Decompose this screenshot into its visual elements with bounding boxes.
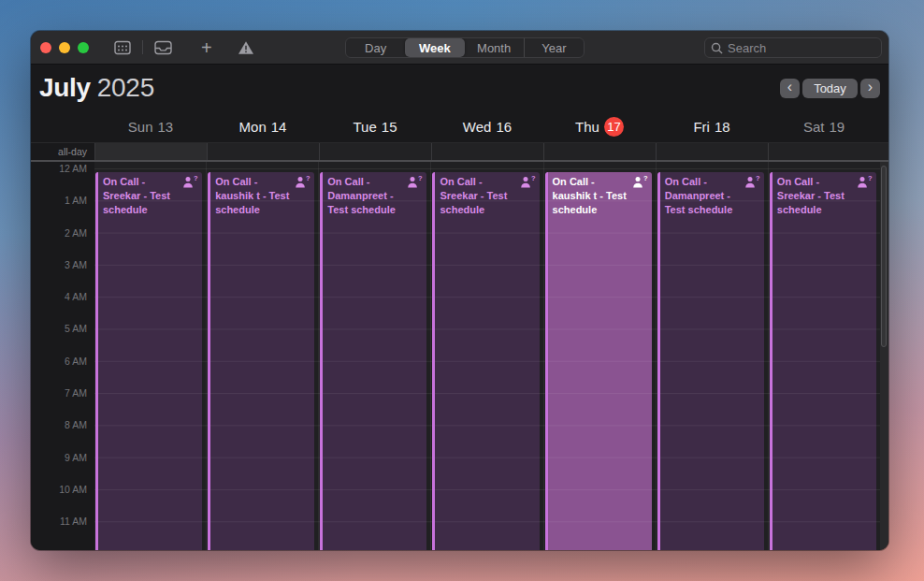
time-gutter: 12 AM 1 AM 2 AM 3 AM 4 AM 5 AM 6 AM 7 AM… [31, 162, 94, 550]
event-block[interactable]: ? On Call - Damanpreet - Test schedule [657, 172, 764, 550]
allday-cell-sun[interactable] [94, 143, 207, 160]
day-header-fri: Fri 18 [656, 119, 768, 135]
day-header-mon: Mon 14 [207, 119, 319, 135]
month-header: July2025 ‹ Today › [31, 65, 888, 111]
allday-cell-fri[interactable] [656, 143, 768, 160]
day-column-fri[interactable]: ? On Call - Damanpreet - Test schedule [657, 162, 769, 550]
search-icon [711, 42, 723, 54]
event-block[interactable]: ? On Call - Sreekar - Test schedule [770, 172, 876, 550]
time-label: 1 AM [65, 195, 87, 206]
event-title: On Call - Sreekar - Test schedule [777, 176, 845, 215]
time-label: 12 AM [59, 163, 87, 174]
add-event-button[interactable]: + [201, 39, 212, 56]
svg-text:?: ? [531, 176, 536, 182]
svg-text:?: ? [756, 176, 760, 182]
attendee-pending-icon: ? [182, 176, 198, 188]
tab-year[interactable]: Year [524, 38, 584, 57]
attendee-pending-icon: ? [295, 176, 310, 188]
time-label: 6 AM [65, 356, 87, 367]
attendee-pending-icon: ? [520, 176, 536, 188]
event-title: On Call - kaushik t - Test schedule [553, 176, 627, 215]
event-title: On Call - Sreekar - Test schedule [103, 176, 170, 215]
tab-month[interactable]: Month [465, 38, 524, 57]
day-column-tue[interactable]: ? On Call - Damanpreet - Test schedule [319, 162, 431, 550]
day-header-tue: Tue 15 [319, 119, 431, 135]
all-day-row: all-day [31, 142, 888, 162]
previous-week-button[interactable]: ‹ [780, 79, 800, 98]
toolbar-divider [142, 40, 143, 54]
allday-cell-mon[interactable] [207, 143, 319, 160]
allday-cell-tue[interactable] [319, 143, 431, 160]
search-field[interactable] [704, 37, 882, 58]
view-switcher: Day Week Month Year [345, 37, 585, 58]
traffic-lights [40, 42, 89, 53]
search-input[interactable] [728, 41, 875, 55]
event-title: On Call - Sreekar - Test schedule [440, 176, 507, 215]
attendee-pending-icon: ? [632, 176, 648, 188]
day-header-wed: Wed 16 [431, 119, 543, 135]
svg-text:?: ? [418, 176, 423, 182]
event-block-today[interactable]: ? On Call - kaushik t - Test schedule [545, 172, 652, 550]
day-name: Sun [128, 119, 153, 135]
day-column-thu[interactable]: ? On Call - kaushik t - Test schedule [544, 162, 657, 550]
day-header-sun: Sun 13 [94, 119, 207, 135]
time-label: 3 AM [65, 259, 87, 270]
day-column-sun[interactable]: ? On Call - Sreekar - Test schedule [94, 162, 207, 550]
allday-cell-thu[interactable] [543, 143, 656, 160]
day-number: 13 [158, 119, 174, 135]
attendee-pending-icon: ? [744, 176, 760, 188]
day-name: Wed [463, 119, 492, 135]
day-number: 15 [382, 119, 397, 135]
event-title: On Call - kaushik t - Test schedule [215, 176, 289, 215]
day-number: 16 [496, 119, 512, 135]
tab-day[interactable]: Day [346, 38, 405, 57]
scrollbar-thumb[interactable] [881, 166, 887, 347]
zoom-button[interactable] [78, 42, 89, 53]
event-block[interactable]: ? On Call - Sreekar - Test schedule [432, 172, 539, 550]
day-column-wed[interactable]: ? On Call - Sreekar - Test schedule [431, 162, 543, 550]
week-grid: 12 AM 1 AM 2 AM 3 AM 4 AM 5 AM 6 AM 7 AM… [31, 162, 888, 550]
time-label: 10 AM [59, 484, 87, 495]
calendar-window: + Day Week Month Year [31, 31, 888, 550]
day-columns: ? On Call - Sreekar - Test schedule ? [94, 162, 880, 550]
year-number: 2025 [97, 73, 154, 102]
warning-triangle-icon[interactable] [238, 40, 254, 55]
today-date-badge: 17 [604, 117, 624, 137]
day-name: Mon [239, 119, 267, 135]
time-label: 11 AM [60, 516, 87, 527]
page-title: July2025 [39, 75, 154, 101]
day-header-thu: Thu 17 [543, 117, 656, 137]
allday-cell-wed[interactable] [431, 143, 543, 160]
svg-text:?: ? [194, 176, 198, 182]
time-label: 7 AM [65, 387, 87, 399]
chevron-left-icon: ‹ [787, 80, 792, 94]
event-block[interactable]: ? On Call - Damanpreet - Test schedule [320, 172, 426, 550]
event-block[interactable]: ? On Call - kaushik t - Test schedule [208, 172, 314, 550]
time-label: 2 AM [65, 227, 87, 239]
next-week-button[interactable]: › [860, 79, 880, 98]
day-column-sat[interactable]: ? On Call - Sreekar - Test schedule [769, 162, 880, 550]
event-block[interactable]: ? On Call - Sreekar - Test schedule [95, 172, 202, 550]
scrollbar-track[interactable] [880, 162, 888, 550]
svg-text:?: ? [643, 176, 648, 182]
day-name: Thu [575, 119, 599, 135]
inbox-tray-icon[interactable] [154, 40, 172, 55]
attendee-pending-icon: ? [407, 176, 423, 188]
time-label: 5 AM [65, 323, 87, 334]
day-column-mon[interactable]: ? On Call - kaushik t - Test schedule [207, 162, 319, 550]
day-number: 18 [715, 119, 730, 135]
time-label: 8 AM [65, 419, 87, 430]
date-navigation: ‹ Today › [780, 79, 880, 98]
calendar-grid-icon[interactable] [114, 40, 131, 55]
day-name: Tue [354, 119, 377, 135]
svg-text:?: ? [868, 176, 873, 182]
day-header-row: Sun 13 Mon 14 Tue 15 Wed 16 Thu 17 Fri 1… [31, 111, 888, 142]
event-title: On Call - Damanpreet - Test schedule [665, 176, 733, 215]
close-button[interactable] [40, 42, 51, 53]
today-button[interactable]: Today [802, 79, 858, 98]
allday-cell-sat[interactable] [768, 143, 880, 160]
minimize-button[interactable] [59, 42, 70, 53]
event-title: On Call - Damanpreet - Test schedule [327, 176, 396, 215]
time-label: 4 AM [65, 291, 87, 302]
tab-week[interactable]: Week [405, 38, 464, 57]
